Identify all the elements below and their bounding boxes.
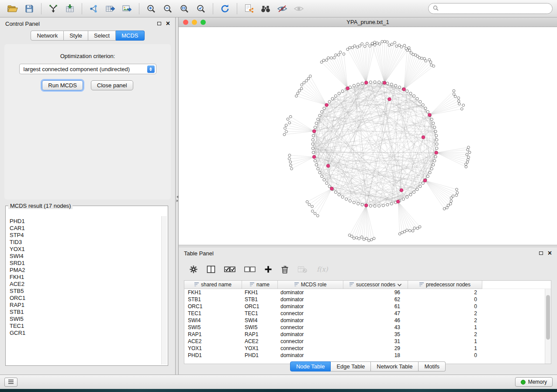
mcds-node-item[interactable]: STP4 xyxy=(10,232,157,239)
network-view xyxy=(179,27,557,245)
table-cell: FKH1 xyxy=(242,289,278,296)
task-list-button[interactable] xyxy=(4,378,17,387)
mcds-node-item[interactable]: ACE2 xyxy=(10,281,157,288)
mcds-node-item[interactable]: SWI4 xyxy=(10,253,157,260)
tab-edge-table[interactable]: Edge Table xyxy=(331,361,371,371)
tab-select[interactable]: Select xyxy=(88,31,116,41)
memory-button-label: Memory xyxy=(528,379,547,385)
close-table-panel-icon[interactable]: × xyxy=(548,250,552,257)
toolbar-separator xyxy=(139,3,139,14)
search-input[interactable] xyxy=(441,5,548,12)
table-toolbar: f(x) xyxy=(184,261,552,278)
column-header-name[interactable]: name xyxy=(242,281,278,289)
column-header-MCDS-role[interactable]: MCDS role xyxy=(278,281,343,289)
zoom-fit-icon[interactable] xyxy=(176,2,193,16)
column-label: predecessor nodes xyxy=(426,282,471,288)
column-label: successor nodes xyxy=(356,282,395,288)
import-table-icon[interactable] xyxy=(62,2,78,16)
settings-icon[interactable] xyxy=(189,265,198,274)
mcds-list-scrollbar[interactable] xyxy=(161,216,167,364)
network-window-title: YPA_prune.txt_1 xyxy=(346,19,389,25)
table-scrollbar[interactable] xyxy=(545,289,551,364)
table-row[interactable]: PHD1PHD1dominator180 xyxy=(184,352,545,359)
mcds-node-item[interactable]: SWI5 xyxy=(10,316,157,323)
mcds-node-item[interactable]: PHD1 xyxy=(10,218,157,225)
network-window: YPA_prune.txt_1 xyxy=(179,17,557,245)
close-panel-button[interactable]: Close panel xyxy=(91,80,133,90)
show-details-icon[interactable] xyxy=(291,2,307,16)
mcds-node-item[interactable]: CAR1 xyxy=(10,225,157,232)
table-row[interactable]: RAP1RAP1dominator352 xyxy=(184,331,545,338)
zoom-selected-icon[interactable] xyxy=(193,2,209,16)
mcds-node-item[interactable]: RAP1 xyxy=(10,302,157,309)
close-panel-icon[interactable]: × xyxy=(166,20,170,27)
tab-motifs[interactable]: Motifs xyxy=(419,361,446,371)
split-panel-icon[interactable] xyxy=(207,265,215,273)
add-row-icon[interactable] xyxy=(264,265,272,273)
select-all-icon[interactable] xyxy=(224,266,235,273)
refresh-icon[interactable] xyxy=(217,2,233,16)
zoom-in-icon[interactable] xyxy=(143,2,159,16)
float-panel-icon[interactable] xyxy=(157,22,161,25)
table-row[interactable]: ORC1ORC1dominator610 xyxy=(184,303,545,310)
binoculars-icon[interactable] xyxy=(257,2,274,16)
import-network-icon[interactable] xyxy=(45,2,62,16)
mcds-node-item[interactable]: ORC1 xyxy=(10,295,157,302)
table-scrollbar-thumb[interactable] xyxy=(546,295,550,340)
minimize-window-button[interactable] xyxy=(192,20,197,25)
table-cell: ORC1 xyxy=(184,303,242,309)
mcds-node-item[interactable]: YOX1 xyxy=(10,246,157,253)
table-cell: ORC1 xyxy=(242,303,278,309)
network-window-titlebar[interactable]: YPA_prune.txt_1 xyxy=(179,17,557,27)
hide-column-icon[interactable] xyxy=(298,265,307,273)
table-row[interactable]: SWI4SWI4dominator462 xyxy=(184,317,545,324)
delete-row-icon[interactable] xyxy=(281,265,289,274)
zoom-out-icon[interactable] xyxy=(159,2,176,16)
tab-network[interactable]: Network xyxy=(31,31,64,41)
export-image-icon[interactable] xyxy=(119,2,135,16)
column-header-shared-name[interactable]: shared name xyxy=(184,281,242,289)
mcds-node-item[interactable]: PMA2 xyxy=(10,267,157,274)
mcds-node-item[interactable]: FKH1 xyxy=(10,274,157,281)
mcds-node-item[interactable]: STB1 xyxy=(10,309,157,316)
table-row[interactable]: STB1STB1dominator620 xyxy=(184,296,545,303)
save-icon[interactable] xyxy=(21,2,38,16)
tab-mcds[interactable]: MCDS xyxy=(116,31,144,41)
mcds-node-item[interactable]: STB5 xyxy=(10,288,157,295)
function-icon[interactable]: f(x) xyxy=(316,265,330,274)
table-row[interactable]: SWI5SWI5connector431 xyxy=(184,324,545,331)
mcds-node-item[interactable]: SRD1 xyxy=(10,260,157,267)
maximize-window-button[interactable] xyxy=(201,20,206,25)
close-window-button[interactable] xyxy=(183,20,188,25)
mcds-node-item[interactable]: TID3 xyxy=(10,239,157,246)
float-table-panel-icon[interactable] xyxy=(539,251,543,255)
search-box[interactable] xyxy=(428,3,553,14)
tab-node-table[interactable]: Node Table xyxy=(290,361,331,371)
memory-button[interactable]: Memory xyxy=(515,377,553,387)
tab-network-table[interactable]: Network Table xyxy=(371,361,419,371)
run-mcds-button[interactable]: Run MCDS xyxy=(42,80,83,90)
column-header-predecessor-nodes[interactable]: predecessor nodes xyxy=(408,281,482,289)
network-canvas[interactable] xyxy=(179,27,557,245)
mcds-node-item[interactable]: GCR1 xyxy=(10,330,157,337)
table-row[interactable]: TEC1TEC1connector472 xyxy=(184,310,545,317)
sort-icon xyxy=(250,282,254,288)
export-network-icon[interactable] xyxy=(86,2,102,16)
table-cell: RAP1 xyxy=(184,331,242,337)
deselect-all-icon[interactable] xyxy=(244,266,256,273)
table-row[interactable]: YOX1YOX1connector291 xyxy=(184,345,545,352)
criterion-select[interactable]: largest connected component (undirected) xyxy=(19,64,156,74)
table-row[interactable]: FKH1FKH1dominator962 xyxy=(184,289,545,296)
tab-style[interactable]: Style xyxy=(64,31,88,41)
export-table-icon[interactable] xyxy=(102,2,119,16)
mcds-node-item[interactable]: TEC1 xyxy=(10,323,157,330)
open-icon[interactable] xyxy=(4,2,21,16)
table-cell: 35 xyxy=(343,331,408,337)
hide-details-icon[interactable] xyxy=(274,2,291,16)
table-row[interactable]: ACE2ACE2connector311 xyxy=(184,338,545,345)
column-header-successor-nodes[interactable]: successor nodes xyxy=(343,281,408,289)
vertical-splitter[interactable] xyxy=(176,17,179,375)
table-cell: 18 xyxy=(343,352,408,358)
share-document-icon[interactable] xyxy=(241,2,257,16)
splitter-handle-icon[interactable] xyxy=(176,196,179,202)
